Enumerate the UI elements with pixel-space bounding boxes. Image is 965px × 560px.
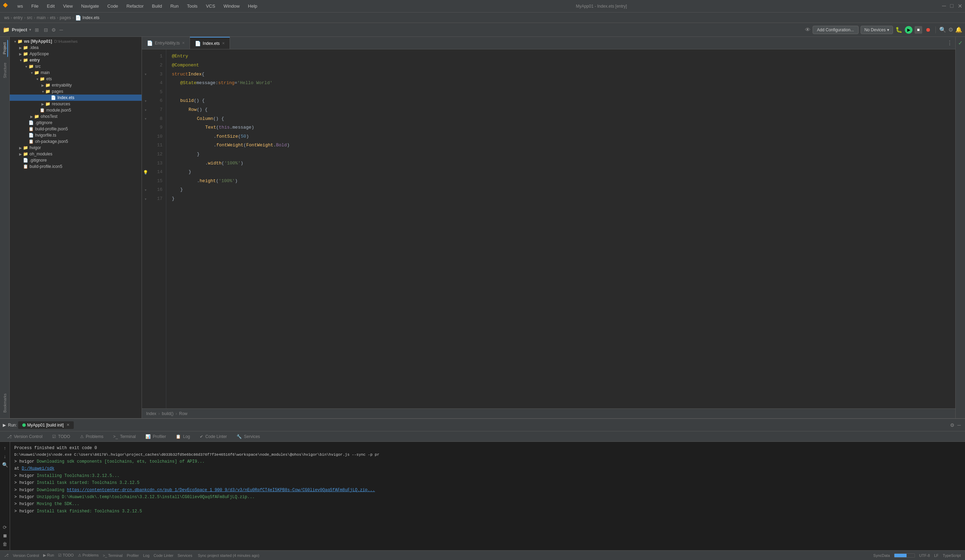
menu-file[interactable]: File	[28, 2, 42, 10]
tree-item-ohostest[interactable]: ▶ 📁 ohosTest	[10, 113, 142, 119]
status-filetype[interactable]: TypeScript	[943, 553, 961, 558]
rerun-btn[interactable]: ⟳	[2, 524, 8, 531]
menu-vcs[interactable]: VCS	[203, 2, 219, 10]
stop-run-btn[interactable]: ⏹	[2, 532, 8, 539]
window-minimize[interactable]: ─	[942, 3, 946, 10]
menu-view[interactable]: View	[59, 2, 76, 10]
gear-icon[interactable]: ⚙	[948, 26, 953, 33]
project-icon[interactable]: 📁	[3, 26, 10, 33]
tree-item-src[interactable]: ▾ 📁 src	[10, 63, 142, 70]
breadcrumb-file[interactable]: 📄 Index.ets	[75, 15, 100, 21]
status-todo[interactable]: ☑ TODO	[58, 553, 74, 558]
breadcrumb-pages[interactable]: pages	[59, 15, 71, 20]
no-devices-button[interactable]: No Devices ▾	[860, 26, 893, 34]
fold-line7[interactable]: ▾	[142, 106, 149, 115]
tree-item-pages[interactable]: ▾ 📁 pages	[10, 88, 142, 95]
fold-line6[interactable]: ▾	[142, 96, 149, 106]
tree-item-gitignore1[interactable]: 📄 .gitignore	[10, 119, 142, 126]
more-tabs-icon[interactable]: ⋮	[944, 40, 955, 46]
tree-item-resources[interactable]: ▶ 📁 resources	[10, 101, 142, 107]
sidebar-bookmarks-icon[interactable]: Bookmarks	[2, 391, 8, 415]
bottom-nav-todo[interactable]: ☑ TODO	[48, 433, 74, 441]
fold-line17[interactable]: ▾	[142, 195, 149, 204]
bottom-nav-problems[interactable]: ⚠ Problems	[76, 433, 108, 441]
tree-item-entryability[interactable]: ▶ 📁 entryability	[10, 82, 142, 88]
status-codelinter[interactable]: Code Linter	[154, 553, 173, 558]
stop-button[interactable]: ⏹	[914, 26, 922, 34]
tab-entryability[interactable]: 📄 EntryAbility.ts ✕	[142, 37, 190, 49]
sidebar-project-icon[interactable]: Project	[2, 40, 8, 57]
notification-icon[interactable]: 🔔	[955, 26, 962, 33]
tree-item-ets[interactable]: ▾ 📁 ets	[10, 76, 142, 82]
breadcrumb-ets[interactable]: ets	[50, 15, 55, 20]
code-content[interactable]: @Entry @Component struct Index { @State …	[166, 49, 955, 408]
breadcrumb-src[interactable]: src	[27, 15, 32, 20]
fold-line8[interactable]: ▾	[142, 114, 149, 123]
tree-item-hvigorfile[interactable]: 📄 hvigorfile.ts	[10, 132, 142, 138]
menu-refactor[interactable]: Refactor	[123, 2, 147, 10]
menu-tools[interactable]: Tools	[184, 2, 201, 10]
menu-edit[interactable]: Edit	[44, 2, 58, 10]
run-tab-close[interactable]: ✕	[67, 423, 70, 427]
bottom-tab-run[interactable]: MyApp01 [build init] ✕	[18, 421, 74, 429]
run-button[interactable]: ▶	[905, 26, 913, 34]
bottom-nav-codelinter[interactable]: ✔ Code Linter	[196, 433, 231, 441]
tree-item-main[interactable]: ▾ 📁 main	[10, 70, 142, 76]
run-settings-btn[interactable]: ⚙	[950, 422, 955, 428]
code-breadcrumb-row[interactable]: Row	[179, 411, 188, 416]
bottom-nav-services[interactable]: 🔧 Services	[232, 433, 264, 441]
status-vcs[interactable]: Version Control	[13, 553, 39, 558]
status-services[interactable]: Services	[177, 553, 192, 558]
menu-navigate[interactable]: Navigate	[78, 2, 102, 10]
close-panel-btn[interactable]: ─	[58, 26, 64, 33]
bottom-nav-log[interactable]: 📋 Log	[172, 433, 194, 441]
tree-item-oh-modules[interactable]: ▶ 📁 oh_modules	[10, 151, 142, 157]
sidebar-structure-icon[interactable]: Structure	[2, 60, 8, 81]
run-panel-min[interactable]: ─	[956, 422, 962, 429]
window-close[interactable]: ✕	[958, 3, 962, 10]
eye-icon[interactable]: 👁	[805, 27, 811, 33]
coverage-button[interactable]: ⏺	[924, 26, 932, 34]
menu-code[interactable]: Code	[104, 2, 122, 10]
menu-run[interactable]: Run	[167, 2, 182, 10]
menu-window[interactable]: Window	[220, 2, 243, 10]
expand-all-btn[interactable]: ⊞	[33, 26, 40, 33]
debug-button[interactable]: 🐛	[895, 26, 903, 34]
fold-line3[interactable]: ▾	[142, 70, 149, 79]
lightbulb-line14[interactable]: 💡	[142, 168, 149, 177]
close-tab-entryability[interactable]: ✕	[182, 41, 185, 45]
tree-item-hvigor[interactable]: ▶ 📁 hvigor	[10, 145, 142, 151]
bottom-nav-terminal[interactable]: >_ Terminal	[109, 433, 140, 441]
tree-item-build-profile1[interactable]: 📋 build-profile.json5	[10, 126, 142, 132]
code-breadcrumb-build[interactable]: build()	[162, 411, 173, 416]
tree-item-module-json5[interactable]: 📋 module.json5	[10, 107, 142, 113]
bottom-nav-profiler[interactable]: 📊 Profiler	[141, 433, 170, 441]
filter-btn[interactable]: 🔍	[2, 461, 8, 468]
tree-item-entry[interactable]: ▾ 📁 entry	[10, 57, 142, 63]
window-maximize[interactable]: □	[950, 3, 954, 10]
scroll-down-btn[interactable]: ↓	[2, 453, 8, 460]
fold-line16[interactable]: ▾	[142, 186, 149, 195]
dropdown-arrow[interactable]: ▾	[29, 28, 31, 32]
tree-item-root[interactable]: ▾ 📁 ws [MyApp01] D:\Huawei\ws	[10, 38, 142, 44]
menu-ws[interactable]: ws	[14, 2, 26, 10]
tree-item-gitignore-root[interactable]: 📄 .gitignore	[10, 157, 142, 163]
collapse-all-btn[interactable]: ⊟	[43, 26, 49, 33]
settings-btn[interactable]: ⚙	[51, 27, 56, 33]
breadcrumb-main[interactable]: main	[36, 15, 46, 20]
code-breadcrumb-index[interactable]: Index	[146, 411, 156, 416]
status-log[interactable]: Log	[143, 553, 149, 558]
tree-item-appscope[interactable]: ▶ 📁 AppScope	[10, 51, 142, 57]
tree-item-index-ets[interactable]: 📄 Index.ets	[10, 95, 142, 101]
status-problems[interactable]: ⚠ Problems	[78, 553, 99, 558]
search-icon[interactable]: 🔍	[939, 26, 946, 33]
menu-help[interactable]: Help	[245, 2, 261, 10]
status-terminal[interactable]: >_ Terminal	[103, 553, 123, 558]
bottom-nav-vcs[interactable]: ⎇ Version Control	[3, 433, 47, 441]
breadcrumb-entry[interactable]: entry	[13, 15, 23, 20]
status-eol[interactable]: LF	[934, 553, 939, 558]
close-tab-index[interactable]: ✕	[222, 41, 225, 45]
menu-build[interactable]: Build	[149, 2, 165, 10]
scroll-up-btn[interactable]: ↑	[2, 445, 8, 452]
status-run[interactable]: ▶ Run	[43, 553, 54, 558]
